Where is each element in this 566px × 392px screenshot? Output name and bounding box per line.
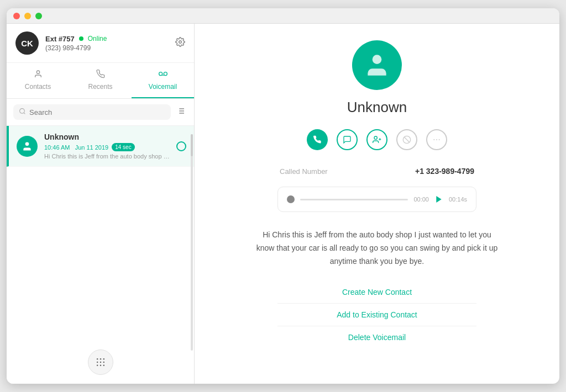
svg-point-14: [96, 358, 98, 360]
app-body: CK Ext #757 Online (323) 989-4799: [7, 24, 559, 384]
play-button[interactable]: [434, 195, 443, 204]
vm-contact-avatar: [17, 136, 38, 157]
svg-point-13: [25, 142, 29, 146]
divider-2: [277, 326, 476, 326]
maximize-button[interactable]: [35, 13, 42, 19]
ext-line: Ext #757 Online: [45, 35, 107, 43]
close-button[interactable]: [13, 13, 20, 19]
svg-point-5: [20, 109, 25, 114]
svg-point-19: [103, 362, 104, 363]
search-input[interactable]: [29, 108, 165, 116]
action-icons-row: [307, 129, 447, 150]
search-bar: [7, 99, 194, 126]
profile-left: CK Ext #757 Online (323) 989-4799: [15, 31, 107, 55]
divider-1: [277, 303, 476, 304]
vm-meta: 10:46 AM Jun 11 2019 14 sec: [44, 143, 170, 151]
vm-duration: 14 sec: [112, 143, 134, 151]
transcript-text: Hi Chris this is Jeff from the auto body…: [255, 229, 499, 268]
person-icon: [22, 141, 33, 152]
svg-point-21: [99, 365, 101, 367]
svg-point-3: [164, 72, 167, 76]
svg-point-15: [99, 358, 101, 360]
vm-name: Unknown: [44, 133, 170, 141]
delete-voicemail-button[interactable]: Delete Voicemail: [277, 329, 476, 346]
audio-time-start: 00:00: [413, 196, 429, 203]
vm-info: Unknown 10:46 AM Jun 11 2019 14 sec Hi C…: [44, 133, 170, 160]
titlebar: [7, 8, 559, 24]
svg-point-22: [103, 365, 104, 367]
audio-knob[interactable]: [287, 195, 295, 203]
more-icon: [432, 135, 441, 144]
svg-point-31: [439, 139, 440, 140]
tab-voicemail[interactable]: Voicemail: [132, 63, 194, 98]
search-input-wrap[interactable]: [13, 104, 171, 120]
dialpad-button[interactable]: [88, 349, 113, 375]
tab-recents[interactable]: Recents: [69, 63, 132, 98]
recents-icon: [96, 70, 105, 81]
add-contact-icon: [373, 135, 381, 144]
tab-recents-label: Recents: [88, 83, 112, 91]
svg-point-16: [103, 358, 104, 360]
app-window: CK Ext #757 Online (323) 989-4799: [7, 8, 559, 384]
svg-point-29: [433, 139, 434, 140]
message-button[interactable]: [337, 129, 358, 150]
search-icon: [19, 108, 26, 116]
ext-text: Ext #757: [45, 35, 75, 43]
contacts-icon: [34, 70, 43, 81]
dialpad-icon: [95, 357, 106, 368]
tab-voicemail-label: Voicemail: [149, 83, 177, 91]
tab-contacts-label: Contacts: [25, 83, 51, 91]
tab-bar: Contacts Recents Voicemail: [7, 63, 194, 99]
svg-point-0: [179, 40, 182, 43]
vm-time: 10:46 AM Jun 11 2019: [44, 144, 108, 151]
svg-point-30: [436, 139, 437, 140]
svg-point-1: [36, 71, 39, 73]
message-icon: [343, 135, 352, 144]
profile-info: Ext #757 Online (323) 989-4799: [45, 35, 107, 52]
scrollbar-track: [191, 134, 193, 351]
voicemail-list: Unknown 10:46 AM Jun 11 2019 14 sec Hi C…: [7, 126, 194, 384]
main-panel: Unknown: [195, 24, 559, 384]
online-indicator: [79, 36, 83, 41]
svg-marker-32: [436, 196, 441, 203]
profile-area: CK Ext #757 Online (323) 989-4799: [7, 24, 194, 63]
online-label: Online: [88, 35, 107, 43]
called-number-row: Called Number +1 323-989-4799: [277, 167, 476, 176]
vm-preview: Hi Chris this is Jeff from the auto body…: [44, 153, 170, 160]
more-button[interactable]: [426, 129, 447, 150]
called-number-label: Called Number: [280, 167, 328, 176]
svg-point-2: [159, 72, 162, 76]
call-button[interactable]: [307, 129, 328, 150]
sidebar: CK Ext #757 Online (323) 989-4799: [7, 24, 195, 384]
list-options-button[interactable]: [174, 104, 187, 120]
call-icon: [313, 135, 322, 144]
tab-contacts[interactable]: Contacts: [7, 63, 69, 98]
voicemail-icon: [159, 70, 167, 81]
called-number-value: +1 323-989-4799: [415, 167, 474, 176]
svg-point-24: [374, 136, 377, 139]
contact-avatar-large: [352, 40, 402, 90]
play-icon: [434, 195, 443, 204]
scrollbar-thumb: [191, 134, 193, 156]
svg-point-17: [96, 362, 98, 363]
add-existing-contact-button[interactable]: Add to Existing Contact: [277, 306, 476, 324]
profile-phone: (323) 989-4799: [45, 44, 107, 52]
settings-button[interactable]: [175, 37, 185, 50]
contact-person-icon: [363, 51, 391, 79]
minimize-button[interactable]: [24, 13, 31, 19]
voicemail-item[interactable]: Unknown 10:46 AM Jun 11 2019 14 sec Hi C…: [7, 126, 194, 167]
svg-line-6: [24, 113, 25, 114]
svg-point-18: [99, 362, 101, 363]
svg-line-28: [404, 137, 409, 142]
contact-name: Unknown: [347, 99, 407, 116]
block-icon: [402, 135, 411, 144]
create-new-contact-button[interactable]: Create New Contact: [277, 283, 476, 301]
svg-point-20: [96, 365, 98, 367]
block-button[interactable]: [396, 129, 417, 150]
add-contact-button[interactable]: [366, 129, 387, 150]
svg-point-23: [373, 55, 382, 64]
audio-time-end: 00:14s: [449, 196, 467, 203]
audio-player: 00:00 00:14s: [277, 187, 476, 212]
vm-unread-indicator: [176, 141, 186, 151]
audio-track[interactable]: [300, 199, 408, 200]
